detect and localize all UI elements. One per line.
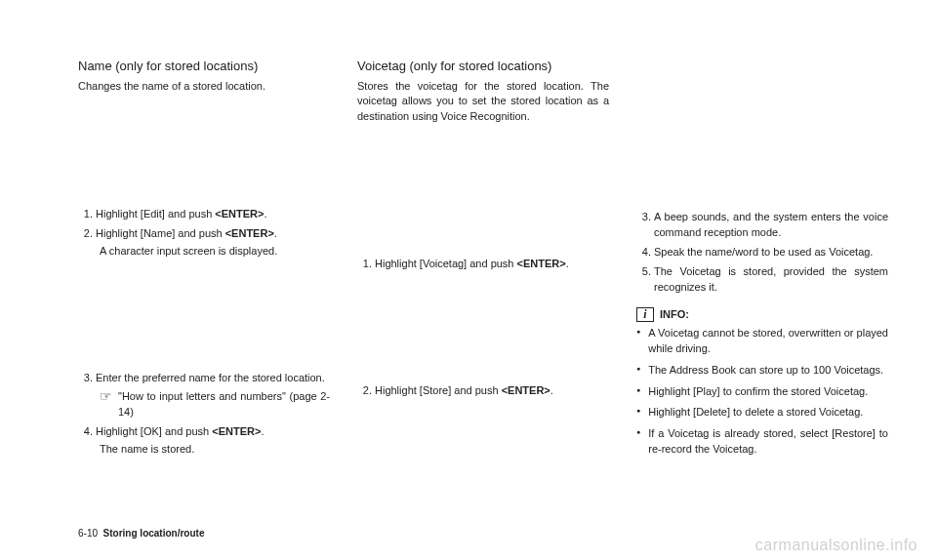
step-text: Highlight [OK] and push: [96, 425, 212, 437]
step-text: Highlight [Voicetag] and push: [375, 258, 517, 269]
list-item: Highlight [Play] to confirm the stored V…: [636, 384, 888, 400]
info-header: i INFO:: [636, 307, 888, 322]
screenshot-placeholder: [78, 263, 330, 371]
key-label: <ENTER>: [215, 208, 264, 220]
step-text: .: [261, 425, 264, 437]
step-sub: A character input screen is displayed.: [96, 244, 330, 259]
reference-text: "How to input letters and numbers" (page…: [118, 389, 330, 420]
step-text: Highlight [Name] and push: [96, 227, 225, 239]
bullet-text: The Address Book can store up to 100 Voi…: [648, 363, 883, 379]
steps-list: A beep sounds, and the system enters the…: [636, 210, 888, 300]
key-label: <ENTER>: [212, 425, 261, 437]
screenshot-placeholder: [357, 276, 609, 383]
list-item: A Voicetag cannot be stored, overwritten…: [636, 326, 888, 357]
section-title-name: Name (only for stored locations): [78, 59, 330, 75]
reference-icon: ☞: [100, 389, 112, 403]
info-bullets: A Voicetag cannot be stored, overwritten…: [636, 326, 888, 464]
step-item: A beep sounds, and the system enters the…: [654, 210, 888, 241]
column-3: A beep sounds, and the system enters the…: [636, 59, 888, 507]
bullet-text: Highlight [Delete] to delete a stored Vo…: [648, 405, 863, 420]
step-item: Highlight [Voicetag] and push <ENTER>.: [375, 257, 609, 272]
steps-list-2: Enter the preferred name for the stored …: [78, 371, 330, 461]
key-label: <ENTER>: [517, 258, 566, 269]
list-item: Highlight [Delete] to delete a stored Vo…: [636, 405, 888, 420]
step-text: .: [566, 258, 569, 269]
step-text: Highlight [Store] and push: [375, 384, 502, 396]
step-text: A beep sounds, and the system enters the…: [654, 211, 888, 238]
step-item: Highlight [Name] and push <ENTER>. A cha…: [96, 226, 330, 259]
key-label: <ENTER>: [225, 227, 274, 239]
steps-list-2: Highlight [Store] and push <ENTER>.: [357, 383, 609, 403]
step-text: Highlight [Edit] and push: [96, 208, 215, 220]
info-icon: i: [636, 307, 654, 322]
screenshot-placeholder: [636, 59, 888, 210]
section-desc: Stores the voicetag for the stored locat…: [357, 79, 609, 124]
page-number: 6-10: [78, 528, 98, 539]
screenshot-placeholder: [78, 100, 330, 207]
step-text: .: [264, 208, 266, 220]
step-item: Speak the name/word to be used as Voicet…: [654, 245, 888, 260]
screenshot-placeholder: [357, 130, 609, 257]
list-item: If a Voicetag is already stored, select …: [636, 426, 888, 458]
step-text: .: [550, 384, 553, 396]
info-label: INFO:: [660, 308, 689, 320]
page-footer: 6-10 Storing location/route: [78, 528, 204, 539]
section-desc: Changes the name of a stored location.: [78, 79, 330, 94]
step-text: Speak the name/word to be used as Voicet…: [654, 246, 873, 258]
column-2: Voicetag (only for stored locations) Sto…: [357, 59, 609, 507]
section-title-voicetag: Voicetag (only for stored locations): [357, 59, 609, 75]
bullet-text: A Voicetag cannot be stored, overwritten…: [648, 326, 888, 357]
list-item: The Address Book can store up to 100 Voi…: [636, 363, 888, 379]
steps-list-1: Highlight [Edit] and push <ENTER>. Highl…: [78, 207, 330, 262]
step-item: Highlight [Store] and push <ENTER>.: [375, 383, 609, 399]
step-text: .: [274, 227, 277, 239]
key-label: <ENTER>: [502, 384, 550, 396]
watermark: carmanualsonline.info: [755, 537, 917, 554]
step-text: Enter the preferred name for the stored …: [96, 372, 325, 383]
bullet-text: Highlight [Play] to confirm the stored V…: [648, 384, 868, 400]
section-name: Storing location/route: [103, 528, 205, 539]
step-sub: The name is stored.: [96, 442, 330, 457]
step-item: Highlight [Edit] and push <ENTER>.: [96, 207, 330, 222]
step-item: The Voicetag is stored, provided the sys…: [654, 264, 888, 296]
cross-reference: ☞ "How to input letters and numbers" (pa…: [96, 389, 330, 420]
step-item: Highlight [OK] and push <ENTER>. The nam…: [96, 424, 330, 457]
step-text: The Voicetag is stored, provided the sys…: [654, 265, 888, 293]
steps-list-1: Highlight [Voicetag] and push <ENTER>.: [357, 257, 609, 276]
step-item: Enter the preferred name for the stored …: [96, 371, 330, 421]
bullet-text: If a Voicetag is already stored, select …: [648, 426, 888, 458]
column-1: Name (only for stored locations) Changes…: [78, 59, 330, 507]
